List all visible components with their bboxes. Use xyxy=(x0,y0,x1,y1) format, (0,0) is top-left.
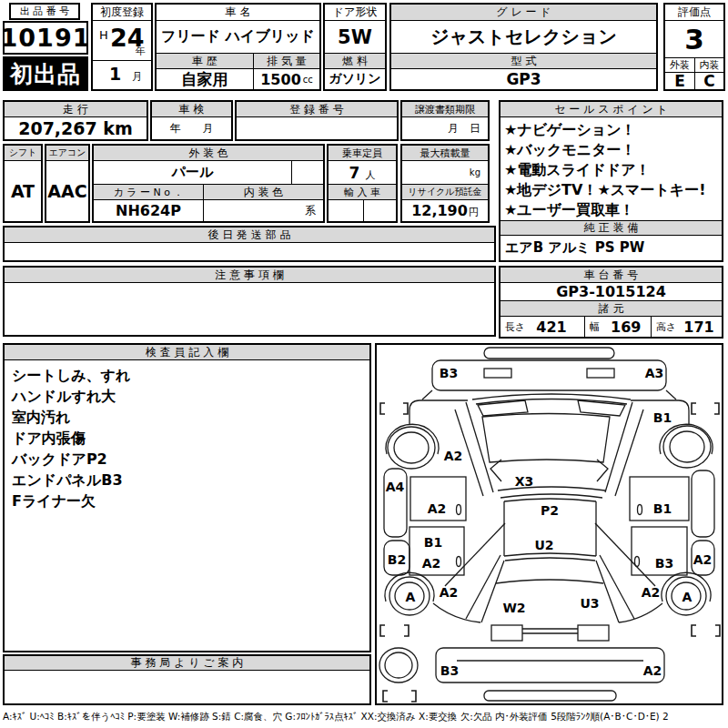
office-content xyxy=(5,671,369,703)
office-label: 事 務 局 よ り ご 案 内 xyxy=(5,656,369,671)
damage-code-label: A2 xyxy=(444,449,463,463)
damage-code-label: A2 xyxy=(428,501,447,516)
equipment-value: エアB アルミ PS PW xyxy=(505,239,644,257)
interior-color-label: 内 装 色 xyxy=(204,185,323,199)
color-no-value: NH624P xyxy=(94,200,204,221)
damage-code-label: B1 xyxy=(653,501,672,516)
wheel-icons xyxy=(379,426,711,682)
max-load-unit: kg xyxy=(402,161,488,185)
damage-code-label: B2 xyxy=(388,552,406,567)
height-label: 高さ xyxy=(656,320,676,334)
notes-label: 注 意 事 項 欄 xyxy=(5,268,494,283)
max-load-label: 最大積載量 xyxy=(402,146,488,161)
capacity-label: 乗車定員 xyxy=(329,146,396,161)
chassis-number: GP3-1015124 xyxy=(556,283,666,300)
exterior-label: 外装 xyxy=(665,58,695,72)
lot-number-header: 出 品 番 号 xyxy=(9,3,80,20)
reg-month: 1 xyxy=(109,64,121,84)
mileage-box: 走 行 207,267 km xyxy=(3,100,148,141)
later-parts-content xyxy=(5,243,494,260)
inspector-line: 室内汚れ xyxy=(12,407,362,428)
transfer-deadline-value: 月 日 xyxy=(402,117,488,139)
inspector-line: ハンドルすれ大 xyxy=(12,386,362,407)
model-label: 型 式 xyxy=(391,54,656,69)
damage-code-label: A3 xyxy=(645,366,664,380)
office-box: 事 務 局 よ り ご 案 内 xyxy=(3,654,371,705)
history-value: 自家用 xyxy=(157,69,254,89)
equipment-label: 純 正 装 備 xyxy=(500,220,722,236)
registration-number-value xyxy=(237,117,397,139)
transfer-deadline-label: 譲渡書類期限 xyxy=(402,102,488,117)
inspector-lines: シートしみ、すれ ハンドルすれ大 室内汚れ ドア内張傷 バックドアP2 エンドパ… xyxy=(5,360,369,516)
lot-number-label: 出 品 番 号 xyxy=(11,5,78,18)
sales-point-item: ★電動スライドドア！ xyxy=(504,160,718,180)
lot-number-value: 10191 xyxy=(5,23,86,53)
transfer-deadline-box: 譲渡書類期限 月 日 xyxy=(400,100,490,141)
capacity-unit: 人 xyxy=(365,168,375,182)
era-letter: H xyxy=(99,28,108,42)
inspector-line: Fライナー欠 xyxy=(12,490,362,511)
capacity-box: 乗車定員 7 人 輸 入 車 xyxy=(327,144,398,223)
chassis-box: 車 台 番 号 GP3-1015124 諸 元 長さ 421 幅 169 高さ … xyxy=(499,266,723,339)
interior-grade: C xyxy=(695,73,723,89)
year-unit: 年 xyxy=(136,45,146,58)
damage-diagram-box: B3A3B1A2A4X3P2A2B1B1U2B2A2B3A2AA2A2AW2U3… xyxy=(375,343,723,705)
car-outline xyxy=(384,348,714,701)
shift-value: AT xyxy=(11,181,35,201)
length-value: 421 xyxy=(536,318,566,336)
damage-code-label: A xyxy=(682,590,693,604)
import-cell-1 xyxy=(329,200,364,221)
damage-code-label: P2 xyxy=(541,503,559,518)
auction-sheet: 出 品 番 号 10191 初出品 初度登録 H 24 年 1 月 車 名 フリ… xyxy=(0,0,728,728)
door-shape-box: ドア形状 5W 燃 料 ガソリン xyxy=(323,3,387,91)
damage-code-label: B1 xyxy=(653,410,672,425)
import-cell-2 xyxy=(364,200,396,221)
grade-label: グ レ ー ド xyxy=(391,5,656,21)
sales-point-item: ★バックモニター！ xyxy=(504,140,718,160)
inspector-label: 検 査 員 記 入 欄 xyxy=(5,345,369,360)
exterior-color-box: 外 装 色 パール カ ラ ー N o ． 内 装 色 NH624P 系 xyxy=(92,144,325,223)
damage-code-label: B3 xyxy=(440,366,458,380)
history-label: 車 歴 xyxy=(157,54,254,68)
damage-code-label: B1 xyxy=(424,535,442,550)
damage-code-label: A4 xyxy=(386,480,405,494)
first-listing-badge: 初出品 xyxy=(3,56,88,91)
lot-number-box: 10191 xyxy=(3,21,88,55)
damage-code-label: B3 xyxy=(655,556,673,571)
inspector-line: シートしみ、すれ xyxy=(12,365,362,386)
sales-point-item: ★地デジTV！★スマートキー! xyxy=(504,180,718,200)
damage-code-label: A2 xyxy=(642,585,661,600)
recycle-fee: 12,190 xyxy=(411,202,468,219)
interior-color-value: 系 xyxy=(204,200,323,221)
max-load-box: 最大積載量 kg リサイクル預託金 12,190 円 xyxy=(400,144,490,223)
capacity-value: 7 xyxy=(349,164,360,182)
shift-label: シフト xyxy=(5,146,41,161)
mileage-value: 207,267 km xyxy=(18,118,133,138)
fuel-value: ガソリン xyxy=(329,71,380,87)
car-name-value: フリード ハイブリッド xyxy=(161,27,315,46)
mileage-label: 走 行 xyxy=(5,102,147,117)
damage-code-label: A2 xyxy=(422,556,441,571)
displacement-label: 排 気 量 xyxy=(254,54,319,68)
aircon-box: エアコン AAC xyxy=(45,144,90,223)
grade-value: ジャストセレクション xyxy=(430,25,617,49)
damage-code-label: A2 xyxy=(693,552,713,567)
notes-box: 注 意 事 項 欄 xyxy=(3,266,496,337)
shaken-box: 車 検 年 月 xyxy=(150,100,233,141)
door-shape-value: 5W xyxy=(338,26,372,48)
first-registration-box: 初度登録 H 24 年 1 月 xyxy=(91,3,153,91)
damage-code-label: W2 xyxy=(502,601,525,615)
height-value: 171 xyxy=(683,318,713,336)
score-value: 3 xyxy=(684,23,704,56)
interior-label: 内装 xyxy=(695,58,723,72)
sales-points-label: セ ー ル ス ポ イ ン ト xyxy=(500,102,722,117)
inspector-line: バックドアP2 xyxy=(12,449,362,470)
width-value: 169 xyxy=(611,318,641,336)
later-parts-box: 後 日 発 送 部 品 xyxy=(3,226,496,262)
damage-code-label: U2 xyxy=(534,538,553,552)
car-damage-diagram: B3A3B1A2A4X3P2A2B1B1U2B2A2B3A2AA2A2AW2U3… xyxy=(377,345,722,703)
inspector-line: エンドパネルB3 xyxy=(12,470,362,490)
score-box: 評価点 3 外装 内装 E C xyxy=(663,3,725,91)
model-value: GP3 xyxy=(506,70,541,88)
score-label: 評価点 xyxy=(665,5,723,21)
